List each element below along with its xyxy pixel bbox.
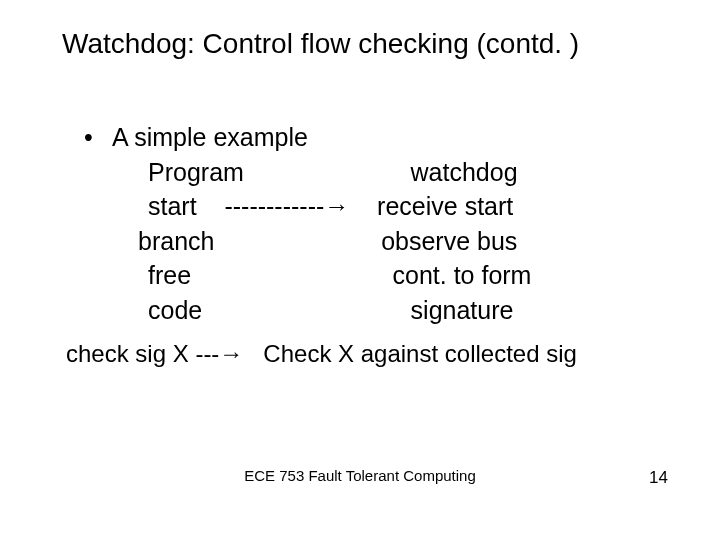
slide: Watchdog: Control flow checking (contd. … [0,0,720,540]
example-line: start ------------→ receive start [148,189,664,224]
example-line: branch observe bus [138,224,664,259]
bullet-dot: • [84,120,112,155]
bullet-item: • A simple example [84,120,664,155]
slide-body: • A simple example Program watchdog star… [84,120,664,327]
page-number: 14 [649,468,668,488]
example-line: free cont. to form [148,258,664,293]
footer-text: ECE 753 Fault Tolerant Computing [0,467,720,484]
example-block: Program watchdog start ------------→ rec… [148,155,664,328]
slide-title: Watchdog: Control flow checking (contd. … [62,28,579,60]
example-line: code signature [148,293,664,328]
example-line: Program watchdog [148,155,664,190]
bullet-text: A simple example [112,120,308,155]
check-line: check sig X ---→ Check X against collect… [66,340,577,368]
